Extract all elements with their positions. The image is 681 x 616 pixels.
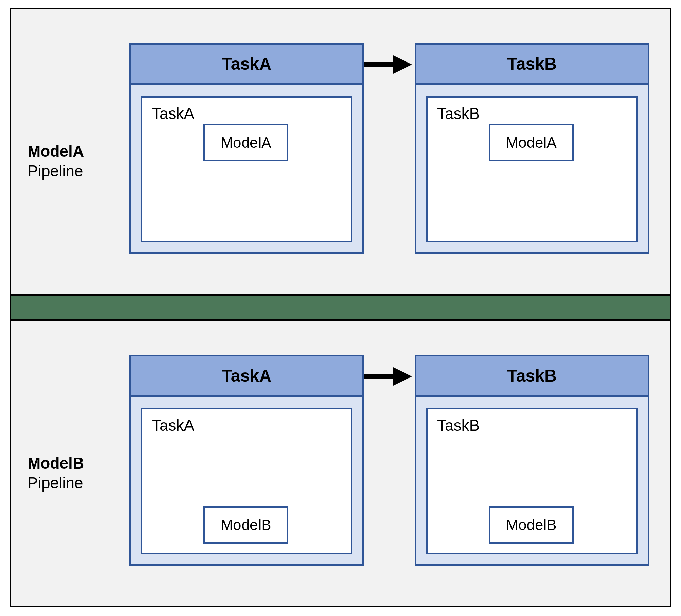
pipeline-label-modelb: ModelB Pipeline <box>28 454 84 493</box>
svg-marker-1 <box>393 55 412 74</box>
task-body-label: TaskA <box>152 416 194 435</box>
model-chip: ModelB <box>489 506 574 544</box>
model-chip: ModelB <box>203 506 288 544</box>
task-box-modela-taska: TaskA TaskA ModelA <box>129 43 364 254</box>
task-body: TaskA ModelB <box>141 408 352 554</box>
task-body: TaskB ModelA <box>426 96 638 242</box>
arrow-icon <box>364 53 412 76</box>
task-body: TaskA ModelA <box>141 96 352 242</box>
task-body-label: TaskB <box>437 104 480 123</box>
task-header: TaskB <box>416 356 648 397</box>
task-body: TaskB ModelB <box>426 408 638 554</box>
pipeline-label-bold: ModelB <box>28 454 84 473</box>
svg-marker-3 <box>393 367 412 386</box>
pipeline-label-normal: Pipeline <box>28 161 84 181</box>
diagram-canvas: ModelA Pipeline TaskA TaskA ModelA TaskB… <box>0 0 681 616</box>
pipeline-label-modela: ModelA Pipeline <box>28 142 84 181</box>
arrow-icon <box>364 365 412 388</box>
task-box-modelb-taska: TaskA TaskA ModelB <box>129 355 364 566</box>
pipeline-panel-modelb: ModelB Pipeline TaskA TaskA ModelB TaskB… <box>10 320 671 607</box>
model-chip: ModelA <box>203 124 288 161</box>
task-header: TaskB <box>416 45 648 85</box>
task-header: TaskA <box>131 45 362 85</box>
pipeline-panel-modela: ModelA Pipeline TaskA TaskA ModelA TaskB… <box>10 8 671 295</box>
task-box-modelb-taskb: TaskB TaskB ModelB <box>415 355 649 566</box>
task-header: TaskA <box>131 356 362 397</box>
separator-bar <box>10 295 671 320</box>
task-body-label: TaskA <box>152 104 194 123</box>
pipeline-label-bold: ModelA <box>28 142 84 161</box>
model-chip: ModelA <box>489 124 574 161</box>
pipeline-label-normal: Pipeline <box>28 473 84 493</box>
task-body-label: TaskB <box>437 416 480 435</box>
task-box-modela-taskb: TaskB TaskB ModelA <box>415 43 649 254</box>
